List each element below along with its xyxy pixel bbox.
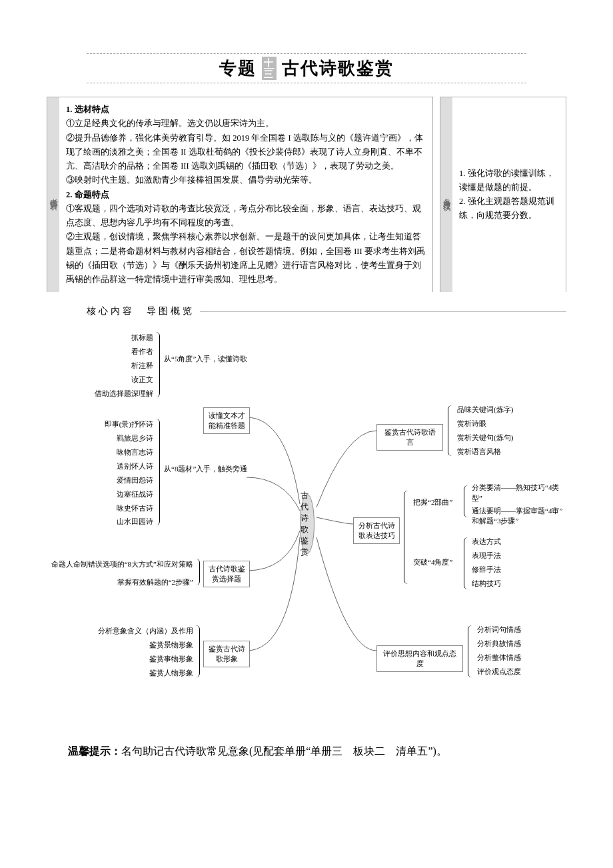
- info-row: 考情分析 1. 选材特点 ①立足经典文化的传承与理解。选文仍以唐宋诗为主。 ②提…: [47, 97, 566, 292]
- r1-b: 赏析诗眼: [457, 417, 513, 431]
- g2-b: 羁旅思乡诗: [80, 431, 153, 445]
- g1-a: 抓标题: [87, 331, 153, 345]
- analysis-p2: ②提升品德修养，强化体美劳教育引导。如 2019 年全国卷 I 选取陈与义的《题…: [66, 131, 426, 174]
- r1-lab: 鉴赏古代诗歌语言: [376, 424, 443, 451]
- suggest-panel: 备考建议 1. 强化诗歌的读懂训练，读懂是做题的前提。 2. 强化主观题答题规范…: [440, 97, 566, 292]
- g2-g: 咏史怀古诗: [80, 501, 153, 515]
- mid-b: 古代诗歌鉴赏选择题: [203, 561, 250, 587]
- g4-b: 鉴赏景物形象: [60, 638, 193, 652]
- g2-f: 边塞征战诗: [80, 487, 153, 501]
- g3-a: 命题人命制错误选项的“8大方式”和应对策略: [47, 557, 193, 571]
- r2-c: 表达方式: [472, 535, 501, 549]
- r3-a: 分析词句情感: [477, 623, 521, 637]
- r2-s1: 把握“2部曲”: [413, 497, 452, 507]
- r1-a: 品味关键词(炼字): [457, 403, 513, 417]
- r2-f: 结构技巧: [472, 577, 501, 591]
- footer-bold: 温馨提示：: [68, 745, 121, 757]
- r2-lab: 分析古代诗歌表达技巧: [353, 517, 400, 544]
- analysis-h2: 2. 命题特点: [66, 190, 109, 199]
- mid-c: 鉴赏古代诗歌形象: [203, 641, 250, 667]
- r2-d: 表现手法: [472, 549, 501, 563]
- g1-lab: 从“5角度”入手，读懂诗歌: [164, 354, 217, 364]
- g2-c: 咏物言志诗: [80, 445, 153, 459]
- g1-b: 看作者: [87, 345, 153, 359]
- g2-h: 山水田园诗: [80, 515, 153, 529]
- r3-d: 评价观点态度: [477, 665, 521, 679]
- r1-c: 赏析关键句(炼句): [457, 431, 513, 445]
- r3-c: 分析整体情感: [477, 651, 521, 665]
- r2-e: 修辞手法: [472, 563, 501, 577]
- page-title: 专题 十三 古代诗歌鉴赏: [47, 53, 566, 83]
- r2-b: 通法要明——掌握审题“4审”和解题“3步骤”: [472, 506, 565, 527]
- analysis-p1: ①立足经典文化的传承与理解。选文仍以唐宋诗为主。: [66, 117, 426, 131]
- r3-b: 分析典故情感: [477, 637, 521, 651]
- r2-a: 分类要清——熟知技巧“4类型”: [472, 483, 565, 503]
- r2-s2: 突破“4角度”: [413, 557, 452, 567]
- g2-e: 爱情闺怨诗: [80, 473, 153, 487]
- g2-a: 即事(景)抒怀诗: [80, 417, 153, 431]
- g4-c: 鉴赏事物形象: [60, 652, 193, 666]
- title-topic: 专题: [219, 57, 257, 80]
- footer-tip: 温馨提示：名句助记古代诗歌常见意象(见配套单册“单册三 板块二 清单五”)。: [47, 741, 566, 762]
- analysis-p3: ③映射时代主题。如激励青少年接棒祖国发展、倡导劳动光荣等。: [66, 173, 426, 187]
- mindmap-diagram: 抓标题 看作者 析注释 读正文 借助选择题深理解 从“5角度”入手，读懂诗歌 即…: [47, 324, 566, 724]
- g4-d: 鉴赏人物形象: [60, 666, 193, 680]
- g2-lab: 从“8题材”入手，触类旁通: [164, 464, 217, 474]
- analysis-panel: 考情分析 1. 选材特点 ①立足经典文化的传承与理解。选文仍以唐宋诗为主。 ②提…: [47, 97, 433, 292]
- analysis-p4: ①客观题，四个选项对诗歌的考查比较宽泛，考点分布比较全面，形象、语言、表达技巧、…: [66, 202, 426, 231]
- g1-c: 析注释: [87, 359, 153, 373]
- analysis-label: 考情分析: [47, 97, 59, 292]
- g1-e: 借助选择题深理解: [87, 387, 153, 401]
- suggest-label: 备考建议: [440, 97, 452, 292]
- section-heading: 核心内容 导图概览: [87, 305, 566, 317]
- center-node: 古代诗歌鉴赏: [300, 494, 314, 554]
- r3-lab: 评价思想内容和观点态度: [376, 645, 463, 672]
- title-number-icon: 十三: [262, 57, 277, 80]
- suggest-2: 2. 强化主观题答题规范训练，向规范要分数。: [459, 195, 559, 223]
- suggest-1: 1. 强化诗歌的读懂训练，读懂是做题的前提。: [459, 167, 559, 195]
- title-subject: 古代诗歌鉴赏: [282, 57, 394, 80]
- g3-b: 掌握有效解题的“2步骤”: [47, 575, 193, 589]
- analysis-h1: 1. 选材特点: [66, 105, 109, 114]
- g4-a: 分析意象含义（内涵）及作用: [60, 624, 193, 638]
- g1-d: 读正文: [87, 373, 153, 387]
- analysis-p5: ②主观题，创设情境，聚焦学科核心素养以求创新。一是题干的设问更加具体，让考生知道…: [66, 230, 426, 287]
- footer-text: 名句助记古代诗歌常见意象(见配套单册“单册三 板块二 清单五”)。: [121, 745, 447, 757]
- g2-d: 送别怀人诗: [80, 459, 153, 473]
- r1-d: 赏析语言风格: [457, 445, 513, 459]
- mid-a: 读懂文本才能精准答题: [203, 407, 250, 434]
